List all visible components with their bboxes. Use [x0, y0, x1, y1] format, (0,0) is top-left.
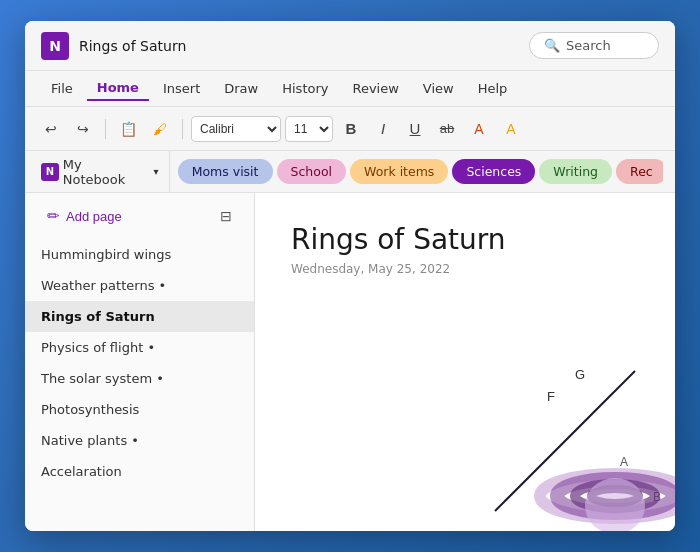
page-item-hummingbird[interactable]: Hummingbird wings: [25, 239, 254, 270]
tab-writing[interactable]: Writing: [539, 159, 612, 184]
highlight-button[interactable]: A: [497, 115, 525, 143]
svg-text:G: G: [575, 367, 585, 382]
page-item-native[interactable]: Native plants •: [25, 425, 254, 456]
page-item-rings[interactable]: Rings of Saturn: [25, 301, 254, 332]
format-painter-button[interactable]: 🖌: [146, 115, 174, 143]
menu-home[interactable]: Home: [87, 76, 149, 101]
underline-button[interactable]: U: [401, 115, 429, 143]
tab-moms-visit[interactable]: Moms visit: [178, 159, 273, 184]
sort-button[interactable]: ⊟: [214, 204, 238, 228]
title-bar: N Rings of Saturn 🔍 Search: [25, 21, 675, 71]
notebook-bar: N My Notebook ▾ Moms visit School Work i…: [25, 151, 675, 193]
search-icon: 🔍: [544, 38, 560, 53]
app-logo: N: [41, 32, 69, 60]
add-page-button[interactable]: ✏ Add page: [41, 203, 128, 229]
menu-help[interactable]: Help: [468, 77, 518, 100]
page-item-physics[interactable]: Physics of flight •: [25, 332, 254, 363]
title-left: N Rings of Saturn: [41, 32, 186, 60]
add-page-label: Add page: [66, 209, 122, 224]
undo-button[interactable]: ↩: [37, 115, 65, 143]
page-item-weather[interactable]: Weather patterns •: [25, 270, 254, 301]
app-window: N Rings of Saturn 🔍 Search File Home Ins…: [25, 21, 675, 531]
ring-illustration: G F A B: [435, 351, 675, 531]
add-page-icon: ✏: [47, 207, 60, 225]
toolbar: ↩ ↪ 📋 🖌 Calibri 11 B I U ab A A: [25, 107, 675, 151]
menu-file[interactable]: File: [41, 77, 83, 100]
note-title: Rings of Saturn: [291, 223, 639, 256]
notebook-dropdown-icon[interactable]: ▾: [154, 166, 159, 177]
font-color-button[interactable]: A: [465, 115, 493, 143]
search-label: Search: [566, 38, 611, 53]
menu-insert[interactable]: Insert: [153, 77, 210, 100]
page-item-accelaration[interactable]: Accelaration: [25, 456, 254, 487]
italic-button[interactable]: I: [369, 115, 397, 143]
menu-bar: File Home Insert Draw History Review Vie…: [25, 71, 675, 107]
tab-rec[interactable]: Rec: [616, 159, 663, 184]
menu-view[interactable]: View: [413, 77, 464, 100]
page-item-photosynthesis[interactable]: Photosynthesis: [25, 394, 254, 425]
tab-work-items[interactable]: Work items: [350, 159, 448, 184]
toolbar-separator-2: [182, 119, 183, 139]
menu-review[interactable]: Review: [342, 77, 408, 100]
notebook-label: My Notebook: [63, 157, 148, 187]
notebook-name[interactable]: N My Notebook ▾: [37, 151, 170, 192]
font-size-selector[interactable]: 11: [285, 116, 333, 142]
svg-text:F: F: [547, 389, 555, 404]
paste-button[interactable]: 📋: [114, 115, 142, 143]
search-box[interactable]: 🔍 Search: [529, 32, 659, 59]
section-tabs: Moms visit School Work items Sciences Wr…: [178, 159, 663, 184]
note-content: Rings of Saturn Wednesday, May 25, 2022 …: [255, 193, 675, 531]
bold-button[interactable]: B: [337, 115, 365, 143]
toolbar-separator-1: [105, 119, 106, 139]
page-item-solar[interactable]: The solar system •: [25, 363, 254, 394]
menu-history[interactable]: History: [272, 77, 338, 100]
notebook-icon: N: [41, 163, 59, 181]
sidebar: ✏ Add page ⊟ Hummingbird wings Weather p…: [25, 193, 255, 531]
tab-school[interactable]: School: [277, 159, 347, 184]
font-selector[interactable]: Calibri: [191, 116, 281, 142]
strikethrough-button[interactable]: ab: [433, 115, 461, 143]
main-content: ✏ Add page ⊟ Hummingbird wings Weather p…: [25, 193, 675, 531]
menu-draw[interactable]: Draw: [214, 77, 268, 100]
app-title: Rings of Saturn: [79, 38, 186, 54]
note-date: Wednesday, May 25, 2022: [291, 262, 639, 276]
tab-sciences[interactable]: Sciences: [452, 159, 535, 184]
sidebar-header: ✏ Add page ⊟: [25, 193, 254, 239]
redo-button[interactable]: ↪: [69, 115, 97, 143]
svg-text:A: A: [620, 455, 628, 469]
page-list: Hummingbird wings Weather patterns • Rin…: [25, 239, 254, 531]
